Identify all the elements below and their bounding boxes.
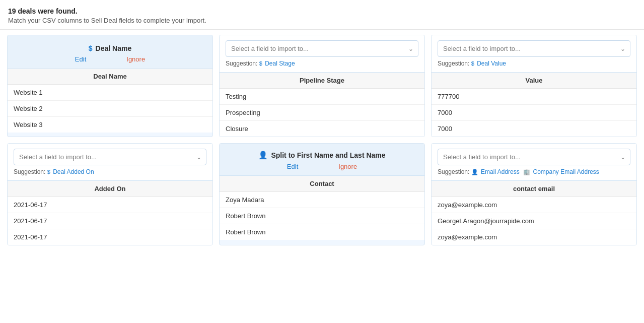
suggestion-text: Suggestion: $ Deal Value: [438, 60, 630, 67]
table-row: Testing: [220, 89, 424, 105]
card-pipeline-stage: Select a field to import to... ⌄ Suggest…: [219, 35, 425, 137]
table-row: Website 3: [8, 117, 212, 133]
table-row: Zoya Madara: [220, 192, 424, 208]
table-row: 2021-06-17: [8, 197, 212, 213]
table-col-header: Pipeline Stage: [220, 73, 424, 89]
table-row: Robert Brown: [220, 224, 424, 240]
table-col-header: Added On: [8, 181, 212, 197]
header-subtitle: Match your CSV columns to Sell Deal fiel…: [8, 17, 636, 24]
table-row: Robert Brown: [220, 208, 424, 224]
card-value: Select a field to import to... ⌄ Suggest…: [431, 35, 637, 137]
table-row: 2021-06-17: [8, 229, 212, 245]
suggestion-text: Suggestion: $ Deal Stage: [226, 60, 418, 67]
card-contact-table: Contact Zoya Madara Robert Brown Robert …: [220, 176, 424, 240]
field-select[interactable]: Select a field to import to...: [438, 40, 630, 57]
table-row: GeorgeLAragon@jourrapide.com: [432, 213, 636, 229]
card-contact: 👤 Split to First Name and Last Name Edit…: [219, 143, 425, 245]
cards-grid: $ Deal Name Edit Ignore Deal Name Websit…: [0, 30, 644, 250]
table-row: Closure: [220, 121, 424, 137]
card-value-dropdown: Select a field to import to... ⌄ Suggest…: [432, 35, 636, 73]
card-contact-email-table: contact email zoya@example.com GeorgeLAr…: [432, 181, 636, 245]
table-row: 2021-06-17: [8, 213, 212, 229]
edit-link[interactable]: Edit: [287, 163, 298, 170]
select-wrapper: Select a field to import to... ⌄: [438, 149, 630, 165]
table-row: zoya@example.com: [432, 197, 636, 213]
card-contact-actions: Edit Ignore: [226, 163, 418, 170]
card-added-on-table: Added On 2021-06-17 2021-06-17 2021-06-1…: [8, 181, 212, 245]
select-wrapper: Select a field to import to... ⌄: [438, 40, 630, 57]
dollar-icon: $: [471, 60, 474, 67]
field-select[interactable]: Select a field to import to...: [226, 40, 418, 57]
person-icon: 👤: [258, 151, 268, 160]
table-row: 7000: [432, 105, 636, 121]
card-added-on: Select a field to import to... ⌄ Suggest…: [7, 143, 213, 245]
dollar-icon: $: [47, 169, 50, 175]
suggestion-link[interactable]: Deal Value: [477, 60, 506, 67]
card-pipeline-dropdown: Select a field to import to... ⌄ Suggest…: [220, 35, 424, 73]
dollar-icon: $: [259, 60, 262, 67]
person-icon: 👤: [471, 169, 478, 175]
edit-link[interactable]: Edit: [75, 55, 86, 63]
page-header: 19 deals were found. Match your CSV colu…: [0, 0, 644, 30]
field-select[interactable]: Select a field to import to...: [14, 149, 206, 165]
select-wrapper: Select a field to import to... ⌄: [226, 40, 418, 57]
table-row: Website 1: [8, 85, 212, 101]
field-select[interactable]: Select a field to import to...: [438, 149, 630, 165]
header-title: 19 deals were found.: [8, 7, 636, 15]
table-col-header: Deal Name: [8, 69, 212, 85]
card-pipeline-table: Pipeline Stage Testing Prospecting Closu…: [220, 73, 424, 137]
table-row: 7000: [432, 121, 636, 137]
suggestion-text: Suggestion: $ Deal Added On: [14, 168, 206, 175]
select-wrapper: Select a field to import to... ⌄: [14, 149, 206, 165]
ignore-link[interactable]: Ignore: [126, 55, 145, 63]
card-added-on-dropdown: Select a field to import to... ⌄ Suggest…: [8, 144, 212, 181]
ignore-link[interactable]: Ignore: [338, 163, 357, 170]
suggestion-text: Suggestion: 👤 Email Address 🏢 Company Em…: [438, 168, 630, 175]
table-col-header: Contact: [220, 176, 424, 192]
dollar-icon: $: [89, 44, 93, 52]
table-row: 777700: [432, 89, 636, 105]
suggestion-link[interactable]: Deal Added On: [53, 168, 94, 175]
card-value-table: Value 777700 7000 7000: [432, 73, 636, 137]
table-col-header: contact email: [432, 181, 636, 197]
suggestion-link[interactable]: Deal Stage: [265, 60, 295, 67]
suggestion-link-email[interactable]: Email Address: [481, 168, 520, 175]
table-row: Prospecting: [220, 105, 424, 121]
card-deal-name-header: $ Deal Name Edit Ignore: [8, 35, 212, 69]
card-deal-name-table: Deal Name Website 1 Website 2 Website 3: [8, 69, 212, 133]
suggestion-link-company-email[interactable]: Company Email Address: [533, 168, 599, 175]
card-deal-name: $ Deal Name Edit Ignore Deal Name Websit…: [7, 35, 213, 137]
card-deal-name-title: $ Deal Name: [89, 44, 131, 52]
card-contact-email-dropdown: Select a field to import to... ⌄ Suggest…: [432, 144, 636, 181]
card-contact-header: 👤 Split to First Name and Last Name Edit…: [220, 144, 424, 176]
table-col-header: Value: [432, 73, 636, 89]
table-row: zoya@example.com: [432, 229, 636, 245]
building-icon: 🏢: [523, 169, 530, 175]
card-contact-title: 👤 Split to First Name and Last Name: [258, 151, 385, 160]
card-deal-name-actions: Edit Ignore: [14, 55, 206, 63]
card-contact-email: Select a field to import to... ⌄ Suggest…: [431, 143, 637, 245]
table-row: Website 2: [8, 101, 212, 117]
